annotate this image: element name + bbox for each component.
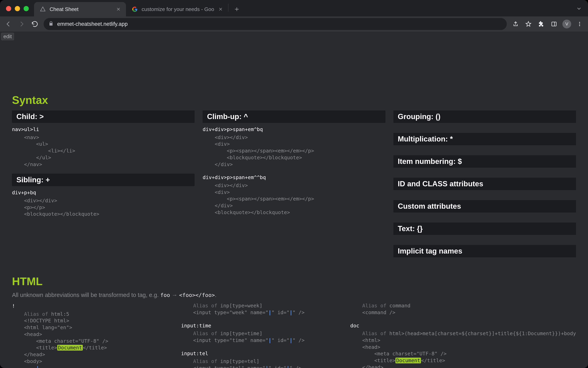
code-input-week: Alias of inp[type=week] <input type="wee… — [181, 302, 342, 316]
panel-multiplication[interactable]: Multiplication: * — [393, 133, 576, 145]
svg-marker-0 — [40, 7, 45, 11]
code-sibling: <div></div> <p></p> <blockquote></blockq… — [12, 197, 195, 218]
syntax-col-2: Climb-up: ^ div+div>p>span+em^bq <div></… — [203, 110, 385, 263]
panel-child[interactable]: Child: > — [12, 110, 195, 123]
abbr-input-time: input:time — [181, 322, 342, 330]
code-command: Alias of command <command /> — [350, 302, 576, 316]
tab-title: customize for your needs - Goo — [142, 6, 214, 12]
code-doc: Alias of html>(head>meta[charset=${chars… — [350, 330, 576, 368]
abbr-climb1: div+div>p>span+em^bq — [203, 126, 385, 133]
abbr-climb2: div+div>p>span+em^^bq — [203, 174, 385, 181]
forward-button[interactable] — [17, 20, 26, 28]
html-col-2: Alias of inp[type=week] <input type="wee… — [181, 302, 342, 368]
panel-idclass[interactable]: ID and CLASS attributes — [393, 178, 576, 190]
window-zoom-button[interactable] — [24, 6, 29, 11]
tab-separator — [228, 4, 228, 12]
tab-title: Cheat Sheet — [50, 6, 112, 12]
page-viewport: edit Syntax Child: > nav>ul>li <nav> <ul… — [0, 32, 588, 368]
abbr-child: nav>ul>li — [12, 126, 195, 133]
extensions-button[interactable] — [537, 20, 546, 28]
avatar-letter: V — [565, 21, 568, 27]
svg-rect-1 — [552, 22, 556, 26]
window-minimize-button[interactable] — [15, 6, 20, 11]
abbr-input-tel: input:tel — [181, 350, 342, 357]
reload-button[interactable] — [30, 20, 39, 28]
abbr-doc: doc — [350, 322, 576, 330]
sidepanel-button[interactable] — [550, 20, 558, 28]
toolbar: emmet-cheatsheet.netlify.app V — [0, 16, 588, 32]
share-button[interactable] — [511, 20, 520, 28]
bookmark-button[interactable] — [524, 20, 533, 28]
svg-point-2 — [579, 22, 580, 23]
tab-close-button[interactable] — [116, 6, 121, 12]
toolbar-right: V — [511, 20, 584, 28]
edit-hint[interactable]: edit — [1, 33, 14, 40]
html-desc-period: . — [215, 292, 216, 298]
code-input-tel: Alias of inp[type=tel] <input type="tel"… — [181, 358, 342, 368]
html-desc: All unknown abbreviations will be transf… — [12, 292, 576, 298]
html-columns: ! Alias of html:5 <!DOCTYPE html> <html … — [12, 302, 576, 368]
svg-point-3 — [579, 24, 580, 25]
abbr-bang: ! — [12, 302, 173, 310]
panel-text[interactable]: Text: {} — [393, 222, 576, 235]
abbr-sibling: div+p+bq — [12, 189, 195, 196]
html-col-3: Alias of command <command /> doc Alias o… — [350, 302, 576, 368]
window-controls — [6, 6, 29, 11]
svg-point-4 — [579, 25, 580, 26]
profile-avatar[interactable]: V — [562, 20, 571, 28]
tab-strip: Cheat Sheet customize for your needs - G… — [0, 0, 588, 16]
lock-icon — [48, 21, 53, 28]
section-heading-html: HTML — [12, 275, 576, 288]
syntax-columns: Child: > nav>ul>li <nav> <ul> <li></li> … — [12, 110, 576, 263]
window-close-button[interactable] — [6, 6, 11, 11]
code-input-time: Alias of inp[type=time] <input type="tim… — [181, 330, 342, 344]
html-desc-foo: foo — [160, 292, 170, 298]
section-heading-syntax: Syntax — [12, 94, 576, 106]
syntax-col-1: Child: > nav>ul>li <nav> <ul> <li></li> … — [12, 110, 195, 263]
url-text: emmet-cheatsheet.netlify.app — [57, 21, 502, 27]
menu-button[interactable] — [575, 20, 584, 28]
google-favicon-icon — [132, 6, 138, 12]
back-button[interactable] — [4, 20, 13, 28]
html-desc-foo-tag: <foo></foo> — [179, 292, 215, 298]
syntax-col-3: Grouping: () Multiplication: * Item numb… — [393, 110, 576, 263]
panel-implicit[interactable]: Implicit tag names — [393, 245, 576, 257]
code-child: <nav> <ul> <li></li> </ul> </nav> — [12, 134, 195, 168]
tabs-overflow-button[interactable] — [576, 6, 582, 12]
html-col-1: ! Alias of html:5 <!DOCTYPE html> <html … — [12, 302, 173, 368]
html-desc-arrow: → — [170, 292, 179, 298]
code-bang: Alias of html:5 <!DOCTYPE html> <html la… — [12, 311, 173, 368]
panel-climbup[interactable]: Climb-up: ^ — [203, 110, 385, 123]
address-bar[interactable]: emmet-cheatsheet.netlify.app — [44, 18, 507, 30]
code-climb1: <div></div> <div> <p><span></span><em></… — [203, 134, 385, 168]
panel-grouping[interactable]: Grouping: () — [393, 110, 576, 123]
panel-customattr[interactable]: Custom attributes — [393, 200, 576, 212]
tab-close-button[interactable] — [218, 6, 223, 12]
favicon-icon — [40, 6, 46, 12]
code-climb2: <div></div> <div> <p><span></span><em></… — [203, 182, 385, 216]
html-desc-prefix: All unknown abbreviations will be transf… — [12, 292, 160, 298]
panel-sibling[interactable]: Sibling: + — [12, 174, 195, 186]
tab-inactive[interactable]: customize for your needs - Goo — [126, 2, 228, 16]
tab-active[interactable]: Cheat Sheet — [34, 2, 126, 16]
new-tab-button[interactable] — [231, 3, 243, 15]
panel-itemnumbering[interactable]: Item numbering: $ — [393, 155, 576, 168]
browser-window: Cheat Sheet customize for your needs - G… — [0, 0, 588, 368]
